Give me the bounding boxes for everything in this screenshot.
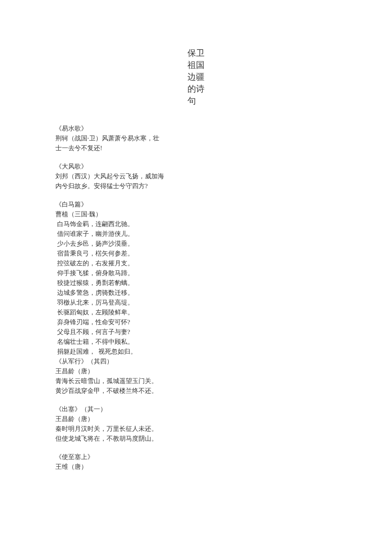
poem-line: 《白马篇》 xyxy=(55,200,337,209)
poem-line: 秦时明月汉时关，万里长征人未还。 xyxy=(55,424,337,434)
poem-line: 曹植（三国·魏） xyxy=(55,209,337,219)
poem-line: 宿昔秉良弓，楛矢何参差。 xyxy=(55,249,337,259)
poem-line: 狡捷过猴猿，勇剽若豹螭。 xyxy=(55,278,337,288)
document-page: 保卫祖国边疆的诗句 《易水歌》荆轲（战国·卫）风萧萧兮易水寒，壮士一去兮不复还!… xyxy=(0,0,392,506)
poem-line: 弃身锋刃端，性命安可怀? xyxy=(55,317,337,327)
poem-line: 刘邦（西汉）大风起兮云飞扬，威加海 xyxy=(55,171,337,181)
page-title: 保卫祖国边疆的诗句 xyxy=(187,47,205,107)
poem-line: 荆轲（战国·卫）风萧萧兮易水寒，壮 xyxy=(55,134,337,143)
poem-line: 边城多警急，虏骑数迁移。 xyxy=(55,288,337,298)
poem-line: 内兮归故乡。安得猛士兮守四方? xyxy=(55,181,337,191)
poem-line: 但使龙城飞将在，不教胡马度阴山。 xyxy=(55,434,337,444)
poem-line: 羽檄从北来，厉马登高堤。 xyxy=(55,298,337,308)
poem-line: 王昌龄（唐） xyxy=(55,414,337,424)
poem-line: 《使至塞上》 xyxy=(55,452,337,462)
poem-line: 长驱蹈匈奴，左顾陵鲜卑。 xyxy=(55,308,337,317)
poem-block: 《出塞》（其一）王昌龄（唐）秦时明月汉时关，万里长征人未还。但使龙城飞将在，不教… xyxy=(55,404,337,444)
poems-container: 《易水歌》荆轲（战国·卫）风萧萧兮易水寒，壮士一去兮不复还!《大风歌》刘邦（西汉… xyxy=(55,124,337,472)
poem-line: 青海长云暗雪山，孤城遥望玉门关。 xyxy=(55,376,337,386)
poem-line: 《大风歌》 xyxy=(55,162,337,171)
poem-line: 黄沙百战穿金甲，不破楼兰终不还。 xyxy=(55,386,337,396)
poem-line: 王维（唐） xyxy=(55,462,337,472)
poem-line: 仰手接飞猱，俯身散马蹄。 xyxy=(55,268,337,278)
poem-block: 《白马篇》曹植（三国·魏） 白马饰金羁，连翩西北驰。 借问谁家子，幽并游侠儿。 … xyxy=(55,200,337,396)
poem-line: 父母且不顾，何言子与妻? xyxy=(55,327,337,337)
poem-line: 白马饰金羁，连翩西北驰。 xyxy=(55,219,337,229)
poem-line: 王昌龄（唐） xyxy=(55,366,337,376)
poem-line: 《从军行》（其四） xyxy=(55,357,337,366)
poem-line: 捐躯赴国难， 视死忽如归。 xyxy=(55,347,337,357)
poem-line: 士一去兮不复还! xyxy=(55,143,337,153)
poem-block: 《大风歌》刘邦（西汉）大风起兮云飞扬，威加海内兮归故乡。安得猛士兮守四方? xyxy=(55,162,337,191)
poem-block: 《易水歌》荆轲（战国·卫）风萧萧兮易水寒，壮士一去兮不复还! xyxy=(55,124,337,153)
poem-line: 名编壮士籍，不得中顾私。 xyxy=(55,337,337,347)
poem-line: 《出塞》（其一） xyxy=(55,404,337,414)
poem-line: 《易水歌》 xyxy=(55,124,337,134)
poem-line: 借问谁家子，幽并游侠儿。 xyxy=(55,229,337,239)
poem-block: 《使至塞上》王维（唐） xyxy=(55,452,337,472)
poem-line: 少小去乡邑，扬声沙漠垂。 xyxy=(55,239,337,249)
poem-line: 控弦破左的，右发摧月支。 xyxy=(55,259,337,268)
